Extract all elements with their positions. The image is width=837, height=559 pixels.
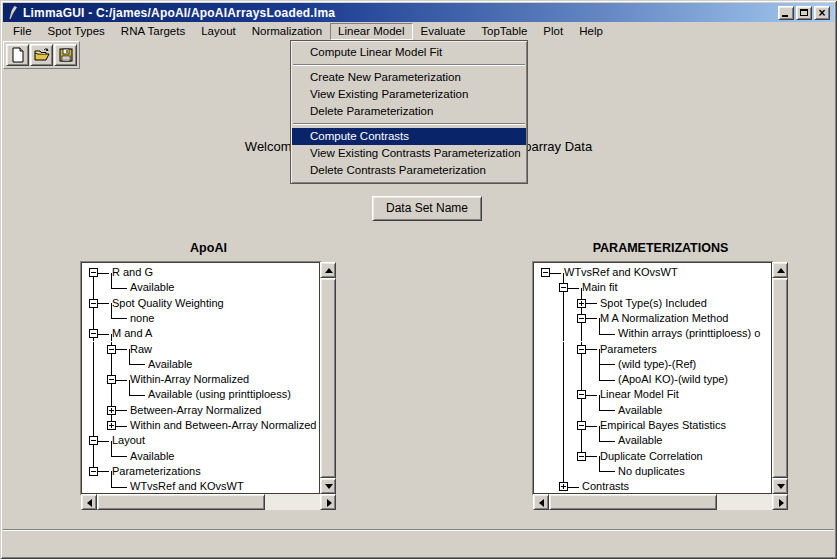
menu-toptable[interactable]: TopTable: [473, 23, 535, 40]
tree-node-label[interactable]: R and G: [112, 265, 153, 280]
tree-guide-line: [93, 403, 94, 418]
tree-node-label[interactable]: M A Normalization Method: [600, 311, 728, 326]
new-file-button[interactable]: [6, 44, 29, 66]
tree-node-label[interactable]: Parameters: [600, 342, 657, 357]
tree-node-label[interactable]: Available: [148, 357, 192, 372]
menu-item-view-existing-parameterization[interactable]: View Existing Parameterization: [292, 86, 526, 103]
tree-node-label[interactable]: Raw: [130, 342, 152, 357]
tree-node-label[interactable]: WTvsRef and KOvsWT: [564, 265, 678, 280]
collapse-minus-icon[interactable]: [107, 375, 116, 384]
menu-item-view-existing-contrasts-parameterization[interactable]: View Existing Contrasts Parameterization: [292, 145, 526, 162]
menu-item-compute-contrasts[interactable]: Compute Contrasts: [292, 128, 526, 145]
close-icon: ×: [815, 6, 829, 20]
scroll-left-button[interactable]: [81, 494, 97, 510]
tree-node-label[interactable]: Main fit: [582, 280, 617, 295]
tree-node-label[interactable]: Spot Quality Weighting: [112, 296, 224, 311]
window-controls: ×: [778, 6, 830, 20]
tree-node-label[interactable]: Available: [618, 433, 662, 448]
menu-spot-types[interactable]: Spot Types: [40, 23, 113, 40]
expand-plus-icon[interactable]: [107, 406, 116, 415]
expand-plus-icon[interactable]: [107, 421, 116, 430]
collapse-minus-icon[interactable]: [89, 268, 98, 277]
horizontal-scrollbar[interactable]: [533, 494, 788, 510]
tree-connector: [111, 318, 127, 319]
open-file-button[interactable]: [30, 44, 53, 66]
tree-node-label[interactable]: Between-Array Normalized: [130, 403, 261, 418]
menu-item-compute-linear-model-fit[interactable]: Compute Linear Model Fit: [292, 44, 526, 61]
menu-file[interactable]: File: [5, 23, 40, 40]
tree-node-label[interactable]: M and A: [112, 326, 152, 341]
tree-node-label[interactable]: Layout: [112, 433, 145, 448]
menu-rna-targets[interactable]: RNA Targets: [113, 23, 193, 40]
scroll-right-icon: [779, 499, 784, 507]
collapse-minus-icon[interactable]: [577, 421, 586, 430]
tree-node-label[interactable]: none: [130, 311, 154, 326]
collapse-minus-icon[interactable]: [577, 345, 586, 354]
collapse-minus-icon[interactable]: [89, 299, 98, 308]
expand-plus-icon[interactable]: [559, 482, 568, 491]
collapse-minus-icon[interactable]: [89, 467, 98, 476]
data-set-name-button[interactable]: Data Set Name: [372, 196, 482, 221]
menu-item-delete-contrasts-parameterization[interactable]: Delete Contrasts Parameterization: [292, 162, 526, 179]
menu-item-delete-parameterization[interactable]: Delete Parameterization: [292, 103, 526, 120]
scroll-down-button[interactable]: [772, 478, 788, 494]
tree-node-label[interactable]: Duplicate Correlation: [600, 449, 703, 464]
tree-node-label[interactable]: Available (using printtiploess): [148, 387, 291, 402]
tree-guide-line: [563, 449, 564, 464]
tree-connector: [599, 441, 615, 442]
maximize-button[interactable]: [796, 6, 812, 20]
tree-node-label[interactable]: Available: [130, 449, 174, 464]
tree-node-label[interactable]: Within and Between-Array Normalized: [130, 418, 316, 433]
menu-help[interactable]: Help: [571, 23, 611, 40]
collapse-minus-icon[interactable]: [577, 452, 586, 461]
menu-normalization[interactable]: Normalization: [244, 23, 330, 40]
minimize-button[interactable]: [778, 6, 794, 20]
horizontal-scroll-thumb[interactable]: [549, 494, 717, 510]
tree-node-label[interactable]: Within arrays (printtiploess) o: [618, 326, 760, 341]
tree-node-label[interactable]: WTvsRef and KOvsWT: [130, 479, 244, 494]
collapse-minus-icon[interactable]: [577, 390, 586, 399]
tree-node-label[interactable]: Contrasts: [582, 479, 629, 494]
vertical-scrollbar[interactable]: [320, 262, 336, 494]
collapse-minus-icon[interactable]: [541, 268, 550, 277]
tree-node-label[interactable]: Parameterizations: [112, 464, 201, 479]
tree-node-label[interactable]: Linear Model Fit: [600, 387, 679, 402]
close-button[interactable]: ×: [814, 6, 830, 20]
scroll-right-button[interactable]: [320, 494, 336, 510]
menu-layout[interactable]: Layout: [193, 23, 244, 40]
collapse-minus-icon[interactable]: [89, 329, 98, 338]
vertical-scrollbar[interactable]: [772, 262, 788, 494]
tree-node-label[interactable]: No duplicates: [618, 464, 685, 479]
tree-node-label[interactable]: Available: [618, 403, 662, 418]
tree-node-label[interactable]: Within-Array Normalized: [130, 372, 249, 387]
collapse-minus-icon[interactable]: [89, 436, 98, 445]
horizontal-scroll-thumb[interactable]: [97, 494, 265, 510]
vertical-scroll-thumb[interactable]: [772, 278, 788, 478]
expand-plus-icon[interactable]: [577, 299, 586, 308]
collapse-minus-icon[interactable]: [577, 314, 586, 323]
vertical-scroll-thumb[interactable]: [320, 278, 336, 478]
scroll-up-button[interactable]: [320, 262, 336, 278]
scroll-up-button[interactable]: [772, 262, 788, 278]
tree-row: M and A: [82, 326, 319, 341]
menu-linear-model[interactable]: Linear Model: [330, 23, 412, 40]
tree-node-label[interactable]: Available: [130, 280, 174, 295]
scroll-down-button[interactable]: [320, 478, 336, 494]
collapse-minus-icon[interactable]: [107, 345, 116, 354]
tree-node-label[interactable]: (ApoAI KO)-(wild type): [618, 372, 728, 387]
scroll-right-button[interactable]: [772, 494, 788, 510]
scroll-left-button[interactable]: [533, 494, 549, 510]
tree-guide-line: [581, 403, 582, 418]
menu-evaluate[interactable]: Evaluate: [413, 23, 474, 40]
collapse-minus-icon[interactable]: [559, 283, 568, 292]
tree-canvas: R and GAvailableSpot Quality Weightingno…: [81, 262, 320, 494]
horizontal-scrollbar[interactable]: [81, 494, 336, 510]
tree-row: Parameterizations: [82, 464, 319, 479]
tree-node-label[interactable]: Empirical Bayes Statistics: [600, 418, 726, 433]
tree-node-label[interactable]: (wild type)-(Ref): [618, 357, 696, 372]
save-button[interactable]: [54, 44, 77, 66]
tree-node-label[interactable]: Spot Type(s) Included: [600, 296, 707, 311]
menu-plot[interactable]: Plot: [535, 23, 571, 40]
tree-guide-line: [581, 326, 582, 341]
menu-item-create-new-parameterization[interactable]: Create New Parameterization: [292, 69, 526, 86]
